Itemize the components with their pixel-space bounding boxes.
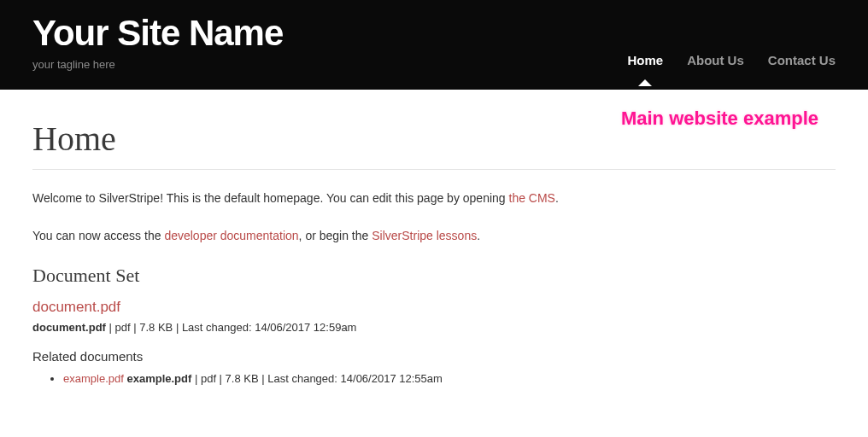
nav-contact-us[interactable]: Contact Us bbox=[768, 53, 836, 67]
intro2-text-mid: , or begin the bbox=[299, 229, 372, 242]
intro1-text-pre: Welcome to SilverStripe! This is the def… bbox=[32, 191, 509, 205]
related-documents-heading: Related documents bbox=[32, 349, 836, 364]
related-documents-list: example.pdf example.pdf | pdf | 7.8 KB |… bbox=[32, 370, 836, 388]
document-set-heading: Document Set bbox=[32, 265, 836, 287]
annotation-label: Main website example bbox=[621, 108, 818, 130]
main-nav: Home About Us Contact Us bbox=[627, 53, 836, 71]
tagline: your tagline here bbox=[32, 58, 283, 71]
related-document-link[interactable]: example.pdf bbox=[63, 372, 124, 385]
nav-home[interactable]: Home bbox=[627, 53, 663, 67]
intro1-text-post: . bbox=[555, 191, 559, 205]
related-document-filename: example.pdf bbox=[126, 372, 191, 385]
related-document-ext: pdf bbox=[201, 372, 216, 385]
main-content: Home Welcome to SilverStripe! This is th… bbox=[0, 90, 868, 405]
document-size: 7.8 KB bbox=[139, 321, 173, 334]
related-document-last-changed-label: Last changed: bbox=[267, 372, 337, 385]
intro-block: Welcome to SilverStripe! This is the def… bbox=[32, 189, 836, 246]
document-meta: document.pdf | pdf | 7.8 KB | Last chang… bbox=[32, 321, 836, 334]
intro2-text-post: . bbox=[477, 229, 480, 242]
intro-paragraph-2: You can now access the developer documen… bbox=[32, 226, 836, 245]
site-name: Your Site Name bbox=[32, 15, 283, 51]
intro-paragraph-1: Welcome to SilverStripe! This is the def… bbox=[32, 189, 836, 207]
document-last-changed-label: Last changed: bbox=[182, 321, 252, 334]
document-filename: document.pdf bbox=[32, 321, 106, 334]
intro2-text-pre: You can now access the bbox=[32, 229, 164, 242]
document-link[interactable]: document.pdf bbox=[32, 299, 120, 316]
nav-about-us[interactable]: About Us bbox=[687, 53, 744, 67]
cms-link[interactable]: the CMS bbox=[509, 191, 555, 205]
developer-docs-link[interactable]: developer documentation bbox=[164, 229, 298, 242]
related-document-last-changed: 14/06/2017 12:55am bbox=[341, 372, 443, 385]
related-document-size: 7.8 KB bbox=[226, 372, 259, 385]
brand: Your Site Name your tagline here bbox=[32, 15, 283, 71]
document-last-changed: 14/06/2017 12:59am bbox=[255, 321, 356, 334]
document-ext: pdf bbox=[115, 321, 131, 334]
site-header: Your Site Name your tagline here Home Ab… bbox=[0, 0, 868, 90]
silverstripe-lessons-link[interactable]: SilverStripe lessons bbox=[372, 229, 477, 242]
list-item: example.pdf example.pdf | pdf | 7.8 KB |… bbox=[63, 370, 836, 388]
